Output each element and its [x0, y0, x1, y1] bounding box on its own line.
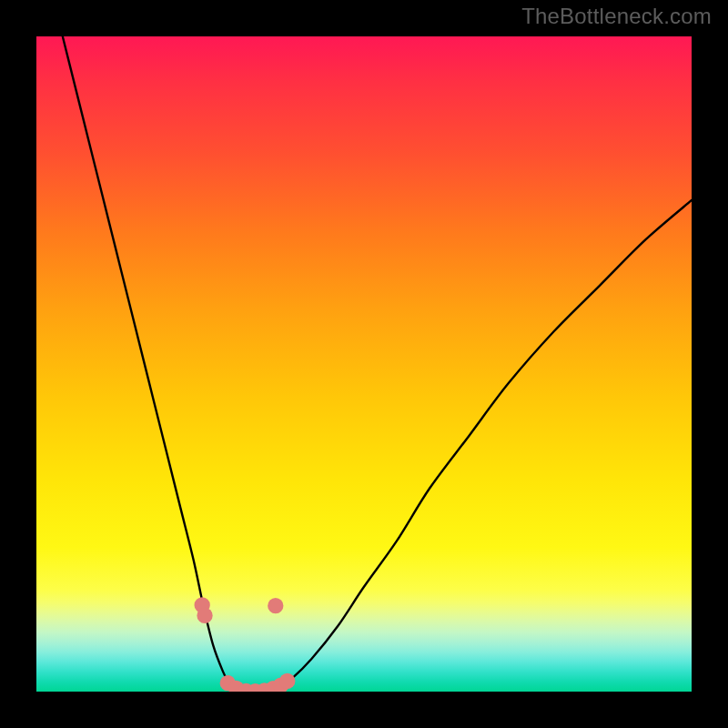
watermark-text: TheBottleneck.com	[521, 4, 712, 29]
app-frame: TheBottleneck.com	[0, 0, 728, 728]
plot-background-gradient	[36, 36, 692, 692]
